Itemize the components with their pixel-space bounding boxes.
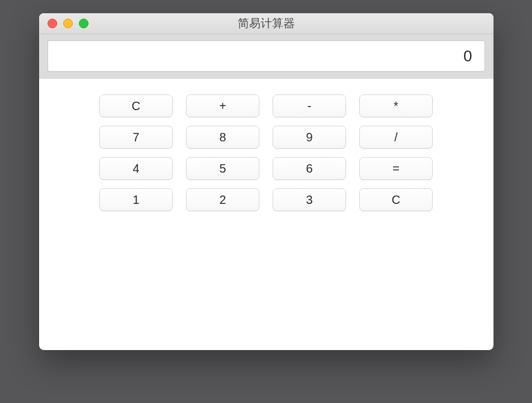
key-2[interactable]: 2 bbox=[186, 188, 259, 211]
window-title: 简易计算器 bbox=[39, 16, 493, 31]
key-5[interactable]: 5 bbox=[186, 157, 259, 180]
keypad: C + - * 7 8 9 / 4 5 6 = 1 2 3 C bbox=[39, 94, 493, 211]
key-plus[interactable]: + bbox=[186, 94, 259, 117]
key-7[interactable]: 7 bbox=[99, 126, 173, 149]
keypad-area: C + - * 7 8 9 / 4 5 6 = 1 2 3 C bbox=[39, 79, 493, 211]
close-icon[interactable] bbox=[48, 19, 57, 28]
key-6[interactable]: 6 bbox=[273, 157, 346, 180]
key-3[interactable]: 3 bbox=[273, 188, 346, 211]
key-clear-2[interactable]: C bbox=[359, 188, 433, 211]
titlebar: 简易计算器 bbox=[39, 13, 493, 34]
key-minus[interactable]: - bbox=[273, 94, 346, 117]
key-9[interactable]: 9 bbox=[273, 126, 346, 149]
traffic-lights bbox=[39, 19, 88, 28]
display-area: 0 bbox=[39, 34, 493, 79]
key-8[interactable]: 8 bbox=[186, 126, 259, 149]
display-output: 0 bbox=[48, 40, 485, 72]
key-clear[interactable]: C bbox=[99, 94, 173, 117]
key-divide[interactable]: / bbox=[359, 126, 433, 149]
key-4[interactable]: 4 bbox=[99, 157, 173, 180]
app-window: 简易计算器 0 C + - * 7 8 9 / 4 5 6 = 1 2 3 C bbox=[39, 13, 493, 350]
key-equals[interactable]: = bbox=[359, 157, 433, 180]
minimize-icon[interactable] bbox=[63, 19, 73, 28]
key-multiply[interactable]: * bbox=[359, 94, 433, 117]
maximize-icon[interactable] bbox=[79, 19, 88, 28]
key-1[interactable]: 1 bbox=[99, 188, 173, 211]
